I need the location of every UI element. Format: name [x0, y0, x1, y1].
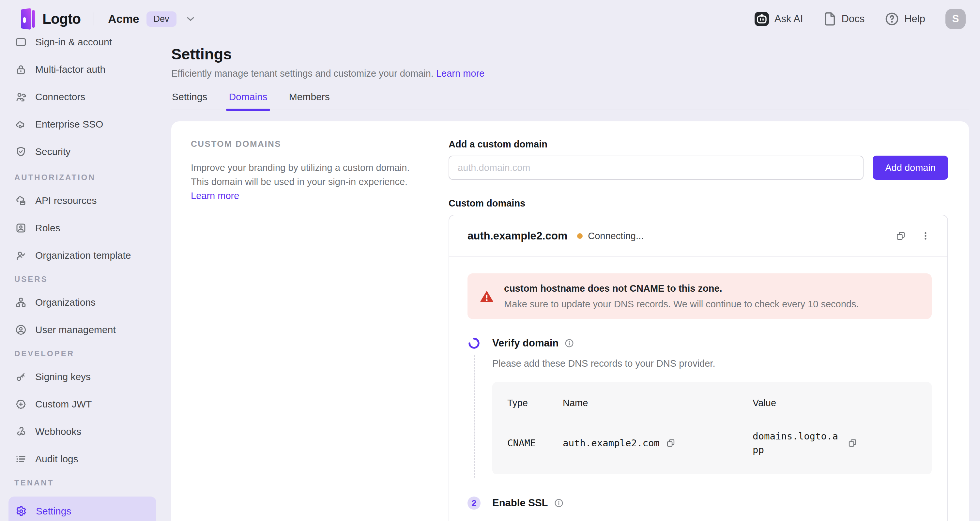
- ask-ai-label: Ask AI: [775, 13, 803, 25]
- person-circle-icon: [15, 324, 27, 336]
- browser-window-icon: [15, 38, 27, 48]
- sidebar-item-signing-keys[interactable]: Signing keys: [8, 367, 156, 386]
- verify-domain-title: Verify domain: [492, 337, 558, 349]
- status-dot: [577, 233, 583, 239]
- chevron-down-icon: [185, 13, 196, 24]
- main-content: Settings Efficiently manage tenant setti…: [165, 38, 980, 521]
- copy-domain-button[interactable]: [896, 231, 905, 241]
- tenant-switcher[interactable]: Acme Dev: [108, 11, 196, 27]
- step-2-badge: 2: [468, 497, 480, 510]
- gear-icon: [15, 505, 27, 518]
- dns-cell-value: domains.logto.app: [752, 429, 842, 457]
- logto-logo-icon: [19, 8, 36, 30]
- cloud-key-icon: [15, 118, 27, 130]
- tab-members[interactable]: Members: [288, 91, 331, 110]
- user-avatar[interactable]: S: [945, 9, 966, 29]
- sidebar-item-webhooks[interactable]: Webhooks: [8, 422, 156, 441]
- sidebar-item-api-resources[interactable]: API resources: [8, 191, 156, 210]
- connectors-icon: [15, 91, 27, 103]
- domain-card-body: custom hostname does not CNAME to this z…: [449, 257, 947, 521]
- topbar-actions: Ask AI Docs Help S: [754, 9, 966, 29]
- sidebar-item-settings[interactable]: Settings: [8, 497, 156, 521]
- copy-value-button[interactable]: [848, 438, 857, 448]
- warning-triangle-icon: [479, 289, 494, 304]
- domains-card: CUSTOM DOMAINS Improve your branding by …: [171, 121, 969, 521]
- help-button[interactable]: Help: [885, 12, 925, 26]
- sidebar-item-audit-logs[interactable]: Audit logs: [8, 449, 156, 468]
- docs-label: Docs: [842, 13, 865, 25]
- id-card-icon: [15, 222, 27, 234]
- error-description: Make sure to update your DNS records. We…: [504, 298, 859, 311]
- status-text: Connecting...: [588, 231, 644, 241]
- sidebar-item-organization-template[interactable]: Organization template: [8, 246, 156, 265]
- custom-domains-list-label: Custom domains: [449, 198, 948, 209]
- list-icon: [15, 453, 27, 465]
- dns-header-name: Name: [563, 398, 752, 408]
- dns-records-table: Type Name Value CNAME auth.example2.com: [492, 382, 932, 474]
- dns-note: Please add these DNS records to your DNS…: [492, 358, 932, 369]
- sidebar-item-sign-in-account[interactable]: Sign-in & account: [8, 38, 156, 51]
- domain-name: auth.example2.com: [468, 229, 567, 242]
- dns-header-value: Value: [752, 398, 919, 408]
- add-domain-button[interactable]: Add domain: [873, 156, 948, 180]
- tab-bar: Settings Domains Members: [171, 91, 969, 110]
- dns-table-row: CNAME auth.example2.com: [507, 429, 919, 457]
- add-domain-row: Add domain: [449, 156, 948, 180]
- sidebar-section-tenant: TENANT: [14, 478, 156, 488]
- spinner-icon: [468, 337, 480, 350]
- page-title: Settings: [171, 46, 969, 63]
- page-subtitle: Efficiently manage tenant settings and c…: [171, 67, 969, 80]
- domain-card: auth.example2.com Connecting...: [449, 215, 948, 521]
- custom-domains-panel-main: Add a custom domain Add domain Custom do…: [449, 139, 948, 521]
- help-icon: [885, 12, 899, 26]
- subtitle-learn-more-link[interactable]: Learn more: [436, 68, 484, 79]
- sidebar-item-organizations[interactable]: Organizations: [8, 293, 156, 312]
- docs-button[interactable]: Docs: [823, 12, 865, 26]
- sidebar-section-developer: DEVELOPER: [14, 349, 156, 358]
- seal-plus-icon: [15, 398, 27, 410]
- enable-ssl-step: 2 Enable SSL: [468, 497, 932, 510]
- person-check-icon: [15, 250, 27, 261]
- shield-check-icon: [15, 146, 27, 158]
- panel-description: Improve your branding by utilizing a cus…: [191, 161, 419, 203]
- webhook-icon: [15, 426, 27, 438]
- panel-learn-more-link[interactable]: Learn more: [191, 191, 239, 201]
- sidebar-item-roles[interactable]: Roles: [8, 218, 156, 237]
- topbar: Logto Acme Dev Ask AI D: [0, 0, 980, 38]
- copy-name-button[interactable]: [666, 438, 675, 448]
- env-badge: Dev: [146, 11, 177, 27]
- kebab-menu-button[interactable]: [921, 231, 931, 241]
- info-icon[interactable]: [554, 498, 564, 508]
- tab-domains[interactable]: Domains: [228, 91, 268, 110]
- sidebar-item-connectors[interactable]: Connectors: [8, 88, 156, 106]
- dns-cell-name: auth.example2.com: [563, 438, 660, 449]
- domain-input[interactable]: [449, 156, 864, 180]
- topbar-divider: [94, 13, 94, 25]
- sidebar: Sign-in & account Multi-factor auth Conn…: [0, 38, 165, 521]
- key-icon: [15, 371, 27, 383]
- tenant-name: Acme: [108, 13, 139, 25]
- panel-heading: CUSTOM DOMAINS: [191, 139, 429, 149]
- cloud-box-icon: [15, 195, 27, 207]
- custom-domains-panel-info: CUSTOM DOMAINS Improve your branding by …: [191, 139, 429, 203]
- tab-settings[interactable]: Settings: [171, 91, 208, 110]
- sidebar-item-user-management[interactable]: User management: [8, 320, 156, 339]
- enable-ssl-title: Enable SSL: [492, 497, 548, 509]
- ask-ai-button[interactable]: Ask AI: [754, 11, 803, 26]
- info-icon[interactable]: [565, 338, 574, 348]
- sidebar-item-custom-jwt[interactable]: Custom JWT: [8, 395, 156, 414]
- add-domain-label: Add a custom domain: [449, 139, 948, 150]
- sidebar-section-users: USERS: [14, 275, 156, 284]
- sidebar-item-security[interactable]: Security: [8, 142, 156, 161]
- sidebar-item-multi-factor-auth[interactable]: Multi-factor auth: [8, 60, 156, 79]
- dns-cell-type: CNAME: [507, 438, 563, 449]
- lock-icon: [15, 64, 27, 75]
- logto-logo[interactable]: Logto: [19, 8, 81, 30]
- org-chart-icon: [15, 296, 27, 308]
- docs-icon: [823, 12, 837, 26]
- domain-card-header: auth.example2.com Connecting...: [449, 215, 947, 257]
- sidebar-item-enterprise-sso[interactable]: Enterprise SSO: [8, 115, 156, 134]
- help-label: Help: [904, 13, 925, 25]
- dns-table-header-row: Type Name Value: [507, 398, 919, 408]
- error-title: custom hostname does not CNAME to this z…: [504, 282, 859, 295]
